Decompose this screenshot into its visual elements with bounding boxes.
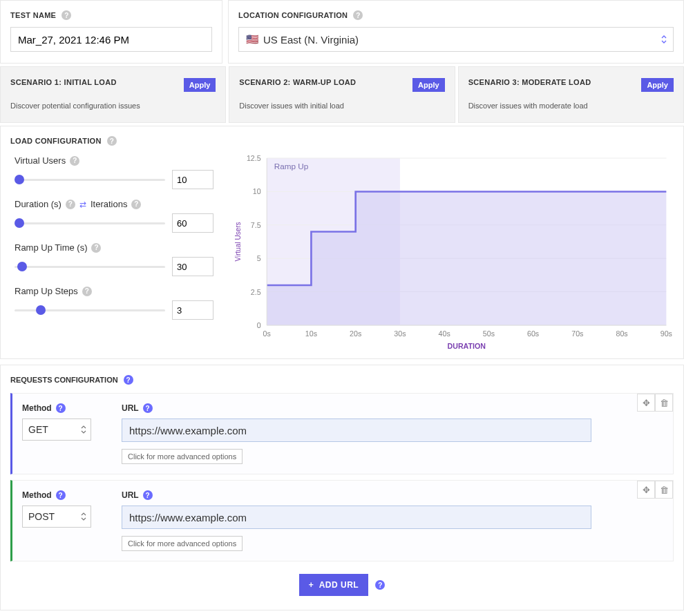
move-icon[interactable]: ✥ <box>637 394 655 412</box>
move-icon[interactable]: ✥ <box>637 481 655 499</box>
scenario-desc: Discover issues with initial load <box>239 102 444 110</box>
apply-button[interactable]: Apply <box>184 78 216 92</box>
help-icon[interactable]: ? <box>107 136 117 146</box>
url-label: URL <box>122 490 139 500</box>
advanced-options-button[interactable]: Click for more advanced options <box>122 536 243 551</box>
scenario-title: SCENARIO 2: WARM-UP LOAD <box>239 78 356 86</box>
method-label: Method <box>22 490 52 500</box>
svg-text:20s: 20s <box>350 330 361 338</box>
svg-text:0: 0 <box>257 322 261 329</box>
scenario-card: SCENARIO 2: WARM-UP LOAD Apply Discover … <box>229 66 455 123</box>
help-icon[interactable]: ? <box>82 287 92 296</box>
ramp-time-slider[interactable] <box>15 262 165 271</box>
svg-text:0s: 0s <box>263 330 271 338</box>
iterations-label: Iterations <box>91 199 127 209</box>
slider-thumb[interactable] <box>15 218 24 228</box>
load-config-label: LOAD CONFIGURATION <box>10 137 102 145</box>
svg-text:40s: 40s <box>439 330 450 338</box>
svg-text:2.5: 2.5 <box>251 289 261 296</box>
add-url-button[interactable]: + ADD URL <box>299 574 368 596</box>
svg-text:10: 10 <box>253 189 261 196</box>
test-name-input[interactable] <box>10 27 212 52</box>
svg-text:60s: 60s <box>527 330 539 338</box>
flag-icon: 🇺🇸 <box>246 33 259 46</box>
duration-slider[interactable] <box>15 218 165 228</box>
apply-button[interactable]: Apply <box>641 78 674 92</box>
ramp-steps-input[interactable] <box>172 300 213 320</box>
svg-text:90s: 90s <box>661 330 672 338</box>
svg-text:10s: 10s <box>305 330 317 338</box>
scenarios-row: SCENARIO 1: INITIAL LOAD Apply Discover … <box>0 66 684 123</box>
scenario-desc: Discover issues with moderate load <box>468 102 674 110</box>
help-icon[interactable]: ? <box>131 200 141 209</box>
help-icon[interactable]: ? <box>56 403 66 413</box>
delete-icon[interactable]: 🗑 <box>655 394 673 412</box>
svg-text:50s: 50s <box>483 330 495 338</box>
ramp-time-input[interactable] <box>172 257 213 276</box>
slider-thumb[interactable] <box>36 305 46 315</box>
svg-text:Ramp Up: Ramp Up <box>274 162 309 171</box>
scenario-card: SCENARIO 3: MODERATE LOAD Apply Discover… <box>458 66 684 123</box>
ramp-time-label: Ramp Up Time (s) <box>15 242 87 253</box>
duration-input[interactable] <box>172 213 213 233</box>
method-select[interactable]: GET <box>22 418 91 441</box>
advanced-options-button[interactable]: Click for more advanced options <box>122 449 243 464</box>
scenario-title: SCENARIO 3: MODERATE LOAD <box>468 78 591 86</box>
url-label: URL <box>122 403 139 413</box>
help-icon[interactable]: ? <box>375 580 385 590</box>
help-icon[interactable]: ? <box>56 490 66 500</box>
slider-thumb[interactable] <box>15 175 24 184</box>
svg-text:70s: 70s <box>571 330 583 338</box>
requests-config-label: REQUESTS CONFIGURATION <box>10 376 118 384</box>
virtual-users-slider[interactable] <box>15 175 165 184</box>
location-config-label: LOCATION CONFIGURATION <box>238 11 348 19</box>
help-icon[interactable]: ? <box>91 243 101 253</box>
svg-text:DURATION: DURATION <box>448 343 486 350</box>
scenario-card: SCENARIO 1: INITIAL LOAD Apply Discover … <box>0 66 226 123</box>
method-label: Method <box>22 403 52 413</box>
url-input[interactable] <box>122 418 591 442</box>
ramp-steps-label: Ramp Up Steps <box>15 286 78 296</box>
virtual-users-input[interactable] <box>172 170 213 189</box>
plus-icon: + <box>309 580 314 590</box>
apply-button[interactable]: Apply <box>412 78 445 92</box>
method-select[interactable]: POST <box>22 506 91 528</box>
location-value: US East (N. Virginia) <box>263 34 359 46</box>
svg-text:30s: 30s <box>394 330 406 338</box>
help-icon[interactable]: ? <box>61 10 71 20</box>
virtual-users-label: Virtual Users <box>15 155 66 166</box>
slider-thumb[interactable] <box>17 262 27 271</box>
help-icon[interactable]: ? <box>143 490 153 500</box>
duration-label: Duration (s) <box>15 199 61 209</box>
svg-text:Virtual Users: Virtual Users <box>234 222 242 261</box>
help-icon[interactable]: ? <box>66 200 75 209</box>
request-card: ✥🗑Method?GETURL?Click for more advanced … <box>10 393 674 474</box>
svg-text:12.5: 12.5 <box>247 155 261 162</box>
ramp-up-chart: Ramp Up02.557.51012.50s10s20s30s40s50s60… <box>231 153 674 353</box>
help-icon[interactable]: ? <box>353 10 363 20</box>
scenario-desc: Discover potential configuration issues <box>10 102 216 110</box>
help-icon[interactable]: ? <box>143 403 153 413</box>
add-url-label: ADD URL <box>319 580 359 590</box>
svg-text:80s: 80s <box>616 330 628 338</box>
request-card: ✥🗑Method?POSTURL?Click for more advanced… <box>10 480 674 561</box>
svg-text:5: 5 <box>257 255 261 262</box>
test-name-label: TEST NAME <box>10 11 56 19</box>
ramp-steps-slider[interactable] <box>15 305 165 315</box>
url-input[interactable] <box>122 506 591 529</box>
svg-text:7.5: 7.5 <box>251 222 261 229</box>
chevron-updown-icon <box>661 35 667 44</box>
help-icon[interactable]: ? <box>124 375 133 385</box>
delete-icon[interactable]: 🗑 <box>655 481 673 499</box>
help-icon[interactable]: ? <box>70 156 79 166</box>
swap-icon[interactable]: ⇄ <box>79 200 86 209</box>
location-select[interactable]: 🇺🇸 US East (N. Virginia) <box>238 27 674 52</box>
scenario-title: SCENARIO 1: INITIAL LOAD <box>10 78 117 86</box>
chevron-updown-icon <box>81 512 86 521</box>
chevron-updown-icon <box>81 425 86 434</box>
